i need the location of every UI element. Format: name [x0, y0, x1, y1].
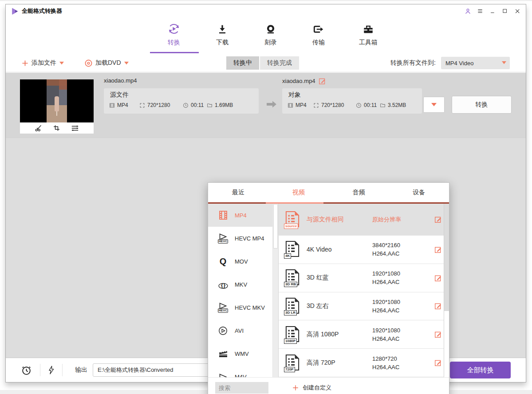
preset-item-1080p[interactable]: 1080P 高清 1080P 1920*1080 H264,AAC	[279, 320, 449, 349]
target-info-panel: 对象 MP4 720*1280 00:11	[282, 88, 422, 114]
preset-resolution: 1280*720	[372, 355, 430, 362]
format-item-hevc-mp4[interactable]: HEVC HEVC MP4	[208, 227, 272, 250]
quicktime-q-icon: Q	[217, 257, 229, 266]
preset-codec: H264,AAC	[372, 364, 430, 370]
preset-edit-icon[interactable]	[434, 216, 442, 223]
source-info-panel: 源文件 MP4 720*1280 00:11	[104, 88, 259, 114]
account-icon[interactable]	[463, 6, 473, 16]
format-label: AVI	[235, 327, 244, 334]
file-row: xiaodao.mp4 源文件 MP4 720*1280 00:11	[6, 73, 526, 138]
format-item-mov[interactable]: Q MOV	[208, 250, 272, 273]
popup-tab-device[interactable]: 设备	[389, 183, 449, 202]
tab-burn[interactable]: 刻录	[253, 22, 288, 47]
m4v-play-icon	[217, 374, 229, 378]
preset-edit-icon[interactable]	[434, 246, 442, 253]
create-custom-button[interactable]: 创建自定义	[292, 384, 331, 392]
svg-text:{}: {}	[221, 281, 225, 288]
wmv-clapperboard-icon	[217, 349, 229, 358]
format-label: M4V	[235, 374, 247, 378]
popup-tab-audio[interactable]: 音频	[329, 183, 389, 202]
convert-button[interactable]: 转换	[452, 96, 512, 114]
preset-codec: H264,AAC	[372, 250, 430, 257]
hevc-play-icon: HEVC	[217, 303, 229, 313]
divider	[62, 364, 63, 376]
search-input[interactable]	[215, 382, 268, 394]
output-format-value: MP4 Video	[445, 60, 473, 67]
close-button[interactable]	[512, 6, 522, 16]
preset-edit-icon[interactable]	[434, 302, 442, 310]
popup-tab-recent[interactable]: 最近	[208, 183, 268, 202]
tab-download[interactable]: 下载	[205, 22, 240, 47]
preset-item-3d-rb[interactable]: 3D RB 3D 红蓝 1920*1080 H264,AAC	[279, 264, 449, 292]
add-files-button[interactable]: 添加文件	[22, 54, 64, 72]
film-icon	[288, 102, 293, 108]
format-item-m4v[interactable]: M4V	[208, 365, 272, 377]
preset-720p-icon: 720P	[285, 354, 300, 372]
preset-list-scrollbar[interactable]	[444, 204, 449, 377]
convert-icon	[167, 22, 181, 35]
tab-download-label: 下载	[216, 39, 229, 47]
transfer-icon	[312, 22, 325, 35]
format-select-popup: 最近 视频 音频 设备 MP4	[208, 182, 449, 394]
plus-icon	[22, 60, 28, 67]
tab-convert[interactable]: 转换	[156, 22, 192, 47]
source-format: MP4	[109, 102, 128, 108]
preset-resolution: 1920*1080	[372, 299, 430, 305]
plus-icon	[292, 385, 299, 391]
crop-icon[interactable]	[53, 124, 60, 132]
screen-top-line	[0, 0, 532, 1]
folder-icon	[207, 102, 213, 108]
preset-edit-icon[interactable]	[434, 274, 442, 282]
preset-edit-icon[interactable]	[434, 331, 442, 338]
film-icon	[109, 102, 115, 108]
divider	[40, 364, 40, 376]
video-preview-image	[20, 79, 94, 122]
app-window: 全能格式转换器 转换	[5, 4, 526, 382]
chevron-down-icon	[124, 62, 129, 65]
target-format-dropdown-button[interactable]	[423, 97, 445, 113]
hevc-play-icon: HEVC	[217, 233, 229, 244]
format-list-scrollbar[interactable]	[272, 204, 278, 377]
convert-status-tabs: 转换中 转换完成	[226, 56, 299, 70]
performance-bolt-icon[interactable]	[47, 365, 55, 375]
output-path-value: E:\全能格式转换器\Converted	[98, 366, 173, 374]
format-label: MP4	[235, 212, 247, 219]
title-bar: 全能格式转换器	[6, 4, 526, 18]
toolbar: 添加文件 加载DVD 转换中 转换完成 转换所有文件到: MP4 Video	[6, 54, 526, 72]
maximize-button[interactable]	[500, 6, 510, 16]
convert-all-button[interactable]: 全部转换	[450, 362, 511, 378]
rename-edit-icon[interactable]	[319, 77, 326, 85]
preset-item-3d-lr[interactable]: 3D LR 3D 左右 1920*1080 H264,AAC	[279, 292, 449, 321]
format-item-mkv[interactable]: {} MKV	[208, 273, 272, 296]
output-format-dropdown[interactable]: MP4 Video	[441, 57, 510, 69]
minimize-button[interactable]	[488, 6, 497, 16]
format-label: MKV	[235, 281, 247, 288]
format-item-mp4[interactable]: MP4	[208, 204, 272, 227]
tab-transfer[interactable]: 传输	[301, 22, 336, 47]
schedule-alarm-icon[interactable]	[21, 365, 32, 376]
preset-edit-icon[interactable]	[434, 359, 442, 366]
target-duration: 00:11	[356, 102, 377, 108]
source-resolution: 720*1280	[139, 102, 170, 108]
format-item-hevc-mkv[interactable]: HEVC HEVC MKV	[208, 296, 272, 319]
format-item-avi[interactable]: AVI	[208, 319, 272, 342]
source-size: 1.69MB	[207, 102, 233, 108]
format-item-wmv[interactable]: WMV	[208, 342, 272, 365]
preset-item-same-as-source[interactable]: source 与源文件相同 原始分辨率	[279, 204, 449, 236]
load-dvd-button[interactable]: 加载DVD	[85, 54, 129, 72]
avi-play-circle-icon	[217, 326, 229, 336]
tab-toolbox[interactable]: 工具箱	[351, 22, 386, 47]
preset-item-4k[interactable]: 4K 4K Video 3840*2160 H264,AAC	[279, 236, 449, 264]
tab-converted[interactable]: 转换完成	[260, 56, 299, 70]
chevron-down-icon	[502, 61, 506, 64]
popup-tab-video[interactable]: 视频	[268, 183, 329, 202]
target-format: MP4	[288, 102, 307, 108]
convert-all-to-label: 转换所有文件到:	[390, 59, 436, 67]
effects-sliders-icon[interactable]	[71, 124, 79, 132]
target-resolution: 720*1280	[313, 102, 344, 108]
tab-converting[interactable]: 转换中	[226, 56, 259, 70]
dvd-disc-icon	[85, 59, 92, 67]
trim-scissors-icon[interactable]	[35, 124, 42, 132]
preset-item-720p[interactable]: 720P 高清 720P 1280*720 H264,AAC	[279, 349, 449, 377]
menu-icon[interactable]	[475, 6, 485, 16]
